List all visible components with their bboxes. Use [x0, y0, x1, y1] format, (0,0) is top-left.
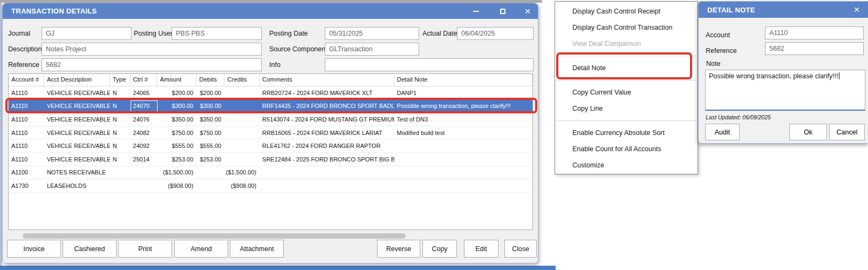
cell-credits[interactable]	[224, 139, 259, 152]
column-header-acct-description[interactable]: Acct Description	[44, 74, 110, 86]
cell-type[interactable]: N	[110, 86, 131, 99]
menu-item-copy-line[interactable]: Copy Line	[555, 100, 698, 117]
maximize-button[interactable]	[495, 3, 511, 19]
menu-item-customize[interactable]: Customize	[555, 157, 698, 173]
cell-credits[interactable]	[224, 153, 259, 166]
cell-detail-note[interactable]	[394, 139, 532, 152]
cell-credits[interactable]	[224, 126, 259, 139]
cell-amount[interactable]: $200.00	[157, 86, 196, 99]
audit-button[interactable]: Audit	[705, 124, 740, 140]
cell-amount[interactable]: $350.00	[157, 113, 196, 126]
source-component-input[interactable]	[325, 43, 419, 56]
cell-debits[interactable]: $300.00	[196, 100, 224, 113]
column-header-comments[interactable]: Comments	[259, 74, 394, 86]
cell-ctrl[interactable]: 24092	[131, 139, 158, 152]
ok-button[interactable]: Ok	[789, 124, 827, 140]
cell-type[interactable]	[110, 179, 131, 192]
menu-item-enable-currency-absolute-sort[interactable]: Enable Currency Absolute Sort	[555, 125, 698, 141]
cell-acct-description[interactable]: VEHICLE RECEIVABLE	[44, 139, 110, 152]
cell-comments[interactable]: SRE12484 - 2025 FORD BRONCO SPORT BIG BE…	[259, 153, 394, 166]
cell-debits[interactable]: $555.00	[196, 139, 224, 152]
cell-type[interactable]: N	[110, 113, 131, 126]
cell-ctrl[interactable]: 24076	[131, 113, 158, 126]
journal-input[interactable]	[42, 27, 132, 40]
column-header-type[interactable]: Type	[110, 74, 131, 86]
cell-credits[interactable]: ($1,500.00)	[224, 166, 259, 179]
table-row[interactable]: A1110VEHICLE RECEIVABLEN25014$253.00$253…	[9, 153, 532, 166]
invoice-button[interactable]: Invoice	[7, 240, 61, 258]
cell-comments[interactable]: R5143074 - 2024 FORD MUSTANG GT PREMIUM	[259, 113, 394, 126]
cell-debits[interactable]	[196, 166, 224, 179]
cell-acct-description[interactable]: LEASEHOLDS	[44, 179, 110, 192]
transaction-details-titlebar[interactable]: TRANSACTION DETAILS ✕	[3, 3, 538, 19]
cell-amount[interactable]: $300.00	[157, 100, 196, 113]
cell-detail-note[interactable]: Test of DN3	[394, 113, 532, 126]
table-row[interactable]: A1100NOTES RECEIVABLE($1,500.00)($1,500.…	[9, 166, 532, 180]
print-button[interactable]: Print	[118, 240, 172, 258]
table-row[interactable]: A1110VEHICLE RECEIVABLEN24065$200.00$200…	[9, 86, 532, 100]
cell-account[interactable]: A1110	[9, 100, 44, 113]
column-header-account[interactable]: Account #	[9, 74, 44, 86]
horizontal-scrollbar-thumb[interactable]	[23, 233, 406, 239]
menu-item-detail-note[interactable]: Detail Note	[555, 60, 698, 76]
cell-ctrl[interactable]	[131, 166, 158, 179]
close-button[interactable]: Close	[504, 240, 537, 258]
column-header-detail-note[interactable]: Detail Note	[394, 74, 532, 86]
cell-comments[interactable]: RLE41762 - 2024 FORD RANGER RAPTOR	[259, 139, 394, 152]
actual-date-input[interactable]	[457, 27, 534, 40]
column-header-amount[interactable]: Amount	[157, 74, 196, 86]
account-input[interactable]	[765, 26, 864, 39]
description-input[interactable]	[42, 43, 262, 56]
cell-account[interactable]: A1110	[9, 153, 44, 166]
cell-credits[interactable]	[224, 113, 259, 126]
detail-note-titlebar[interactable]: DETAIL NOTE ✕	[699, 2, 868, 18]
attachment-button[interactable]: Attachment	[230, 240, 284, 258]
cell-type[interactable]: N	[110, 100, 131, 113]
menu-item-display-cash-control-receipt[interactable]: Display Cash Control Receipt	[555, 3, 698, 19]
table-row[interactable]: A1110VEHICLE RECEIVABLEN24082$750.00$750…	[9, 126, 532, 140]
cell-credits[interactable]: ($908.00)	[224, 179, 259, 192]
table-row[interactable]: A1730LEASEHOLDS($908.00)($908.00)	[9, 179, 532, 193]
cell-comments[interactable]: RRB20724 - 2024 FORD MAVERICK XLT	[259, 86, 394, 99]
cell-amount[interactable]: ($908.00)	[157, 179, 196, 192]
reference-input[interactable]	[42, 58, 262, 71]
cell-amount[interactable]: $750.00	[157, 126, 196, 139]
column-header-debits[interactable]: Debits	[196, 74, 224, 86]
cell-detail-note[interactable]: Modified build test	[394, 126, 532, 139]
table-row[interactable]: A1110VEHICLE RECEIVABLEN24076$350.00$350…	[9, 113, 532, 126]
note-textarea[interactable]: Possible wrong transaction, please clari…	[705, 70, 865, 111]
dialog-close-button[interactable]: ✕	[849, 2, 865, 18]
cell-ctrl[interactable]	[131, 179, 158, 192]
cell-amount[interactable]: $253.00	[157, 153, 196, 166]
cell-detail-note[interactable]: Possible wrong transaction, please clari…	[394, 100, 532, 113]
reference-input[interactable]	[765, 42, 864, 55]
cell-detail-note[interactable]: DANP1	[394, 86, 532, 99]
posting-date-input[interactable]	[325, 27, 419, 40]
cell-acct-description[interactable]: VEHICLE RECEIVABLE	[44, 100, 110, 113]
cell-debits[interactable]	[196, 179, 224, 192]
cell-acct-description[interactable]: NOTES RECEIVABLE	[44, 166, 110, 179]
cell-acct-description[interactable]: VEHICLE RECEIVABLE	[44, 153, 110, 166]
cell-account[interactable]: A1110	[9, 139, 44, 152]
menu-item-copy-current-value[interactable]: Copy Current Value	[555, 84, 698, 100]
cell-type[interactable]	[110, 166, 131, 179]
info-input[interactable]	[325, 58, 534, 71]
cell-account[interactable]: A1110	[9, 126, 44, 139]
cell-detail-note[interactable]	[394, 153, 532, 166]
cell-ctrl[interactable]: 25014	[131, 153, 158, 166]
cell-credits[interactable]	[224, 86, 259, 99]
table-row[interactable]: A1110VEHICLE RECEIVABLEN24070$300.00$300…	[9, 100, 532, 113]
cell-comments[interactable]	[259, 166, 394, 179]
cell-account[interactable]: A1110	[9, 113, 44, 126]
cell-debits[interactable]: $350.00	[196, 113, 224, 126]
cell-debits[interactable]: $253.00	[196, 153, 224, 166]
cell-account[interactable]: A1100	[9, 166, 44, 179]
copy-button[interactable]: Copy	[422, 240, 457, 258]
cell-credits[interactable]	[224, 100, 259, 113]
cell-ctrl[interactable]: 24082	[131, 126, 158, 139]
cell-amount[interactable]: $555.00	[157, 139, 196, 152]
cell-detail-note[interactable]	[394, 166, 532, 179]
cashiered-button[interactable]: Cashiered	[63, 240, 117, 258]
cell-comments[interactable]: RRB16065 - 2024 FORD MAVERICK LARIAT	[259, 126, 394, 139]
reverse-button[interactable]: Reverse	[377, 240, 420, 258]
